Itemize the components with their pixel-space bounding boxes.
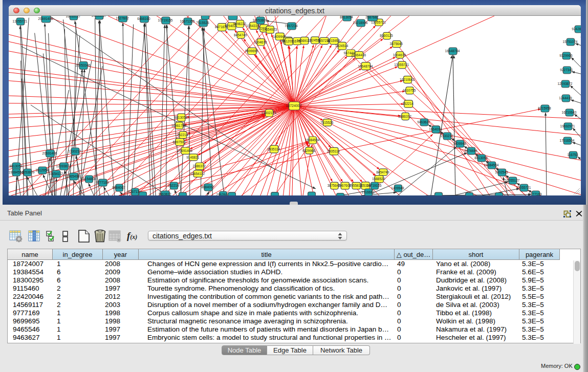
svg-text:7857234: 7857234: [285, 24, 298, 28]
svg-text:20691406: 20691406: [38, 17, 53, 20]
svg-text:16210643: 16210643: [400, 78, 415, 81]
svg-text:252214: 252214: [402, 102, 413, 105]
svg-text:20364436: 20364436: [351, 53, 366, 57]
svg-text:6466160: 6466160: [137, 17, 150, 20]
svg-text:9463627: 9463627: [417, 120, 430, 124]
svg-text:252214: 252214: [168, 184, 179, 187]
svg-text:1004678: 1004678: [254, 40, 267, 44]
svg-text:9146821: 9146821: [186, 156, 200, 159]
svg-text:19692971: 19692971: [560, 124, 575, 128]
svg-text:3875645: 3875645: [328, 184, 341, 187]
svg-text:1588520: 1588520: [372, 177, 385, 181]
svg-text:20691406: 20691406: [42, 151, 57, 155]
svg-text:9242845: 9242845: [572, 27, 581, 31]
svg-text:1965498: 1965498: [67, 174, 80, 178]
svg-text:16154808: 16154808: [81, 177, 96, 181]
svg-text:1409948: 1409948: [391, 186, 404, 190]
svg-text:13055721: 13055721: [13, 19, 28, 23]
svg-text:10853267: 10853267: [92, 16, 106, 17]
svg-text:9498222: 9498222: [233, 22, 246, 26]
svg-text:20053346: 20053346: [76, 63, 91, 67]
svg-text:8215958: 8215958: [327, 39, 340, 42]
svg-text:8454749: 8454749: [376, 170, 389, 174]
svg-text:19384554: 19384554: [305, 138, 320, 142]
svg-text:1004678: 1004678: [393, 53, 406, 57]
svg-text:252214: 252214: [177, 133, 188, 137]
svg-text:15751074: 15751074: [563, 40, 578, 43]
svg-text:16671355: 16671355: [180, 19, 195, 23]
svg-text:16210643: 16210643: [562, 111, 577, 114]
svg-text:2935114: 2935114: [327, 149, 340, 153]
svg-text:13302173: 13302173: [262, 111, 276, 115]
svg-text:9474444: 9474444: [464, 149, 477, 152]
svg-text:20691406: 20691406: [178, 149, 192, 152]
svg-text:1330217: 1330217: [440, 134, 453, 138]
svg-text:8660125: 8660125: [380, 34, 393, 37]
svg-text:1002543: 1002543: [495, 170, 508, 174]
svg-text:3912954: 3912954: [35, 168, 49, 172]
svg-text:7663822: 7663822: [158, 192, 171, 195]
svg-text:2687682: 2687682: [365, 16, 379, 19]
svg-text:8454749: 8454749: [234, 33, 247, 37]
svg-text:1824514: 1824514: [335, 44, 349, 48]
svg-text:116753: 116753: [567, 153, 578, 157]
svg-text:19384554: 19384554: [484, 163, 499, 167]
svg-text:8813054: 8813054: [474, 156, 488, 160]
svg-text:10719155: 10719155: [158, 18, 173, 22]
svg-text:3875645: 3875645: [390, 42, 403, 46]
svg-text:17016504: 17016504: [560, 139, 575, 142]
svg-text:16961758: 16961758: [171, 124, 186, 127]
svg-text:12093872: 12093872: [558, 82, 573, 85]
svg-text:16053809: 16053809: [253, 18, 268, 22]
svg-text:9329966: 9329966: [302, 149, 316, 152]
svg-text:1244419: 1244419: [559, 96, 572, 100]
svg-text:16055127: 16055127: [505, 179, 520, 182]
svg-text:7515526: 7515526: [320, 121, 334, 124]
svg-text:19654923: 19654923: [262, 28, 277, 31]
svg-text:1610755: 1610755: [403, 89, 416, 92]
svg-text:16053809: 16053809: [20, 170, 35, 174]
svg-text:8215958: 8215958: [538, 106, 551, 110]
svg-text:1916682: 1916682: [361, 190, 375, 194]
svg-text:6897503: 6897503: [173, 140, 186, 144]
svg-text:13055721: 13055721: [516, 186, 531, 189]
svg-text:9699695: 9699695: [245, 49, 258, 53]
svg-text:2386372: 2386372: [192, 164, 206, 168]
svg-text:9329966: 9329966: [559, 54, 573, 57]
svg-text:13055721: 13055721: [394, 63, 409, 67]
svg-text:7515526: 7515526: [196, 21, 209, 25]
svg-text:8813054: 8813054: [340, 16, 353, 19]
svg-text:10654112: 10654112: [190, 172, 205, 176]
svg-text:19218906: 19218906: [353, 21, 368, 25]
svg-text:8684067: 8684067: [112, 186, 125, 189]
svg-text:16409: 16409: [431, 127, 440, 131]
svg-text:2386372: 2386372: [398, 115, 411, 118]
svg-text:9777169: 9777169: [96, 181, 109, 184]
svg-text:2935114: 2935114: [267, 147, 280, 151]
svg-text:10719155: 10719155: [367, 184, 382, 187]
svg-text:2967608: 2967608: [216, 193, 229, 195]
svg-text:1527602: 1527602: [116, 16, 129, 20]
svg-text:8684067: 8684067: [201, 185, 214, 189]
svg-text:16648784: 16648784: [445, 49, 460, 53]
svg-text:8813054: 8813054: [9, 164, 23, 168]
svg-text:10654112: 10654112: [49, 172, 63, 176]
svg-text:1409948: 1409948: [453, 142, 466, 145]
svg-text:16055127: 16055127: [66, 16, 81, 18]
svg-text:1330217: 1330217: [68, 149, 81, 153]
svg-text:12093872: 12093872: [56, 164, 71, 168]
svg-text:13724007: 13724007: [286, 104, 301, 107]
svg-text:9777169: 9777169: [529, 192, 542, 195]
svg-text:8813054: 8813054: [175, 116, 188, 119]
svg-text:7955812: 7955812: [350, 184, 363, 187]
svg-text:16648784: 16648784: [358, 64, 373, 68]
svg-text:9227341: 9227341: [560, 68, 573, 72]
